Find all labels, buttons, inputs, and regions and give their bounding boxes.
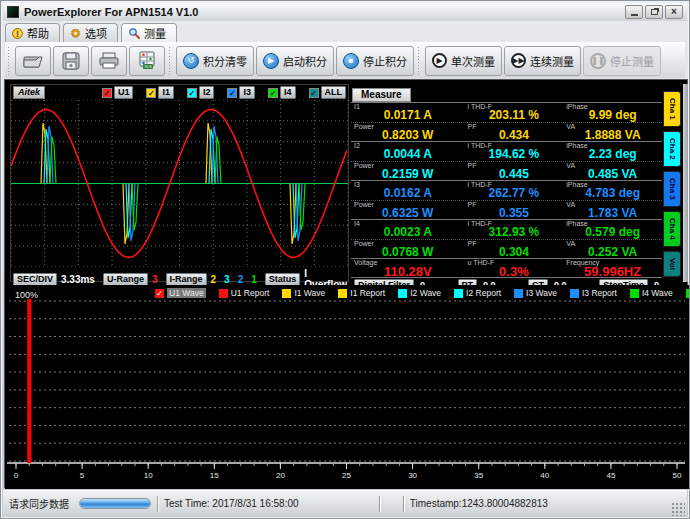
legend-label: I1 Report	[350, 288, 385, 298]
status-chip: Status	[265, 273, 301, 286]
scope-toggle-i4[interactable]: ✓I4	[268, 86, 296, 99]
app-window: PowerExplorer For APN1514 V1.0 × ! 帮助 选项…	[0, 0, 690, 519]
scope-toggle-u1[interactable]: ✓U1	[102, 86, 134, 99]
channel-tab-cha-4[interactable]: Cha 4	[663, 211, 681, 247]
measure-field-label: VA	[566, 201, 575, 208]
svg-text:30: 30	[408, 471, 417, 480]
scope-toggle-label: I3	[239, 86, 255, 99]
measure-field-label: VA	[566, 162, 575, 169]
svg-text:45: 45	[606, 471, 615, 480]
checkbox-icon: ✓	[268, 88, 278, 98]
scope-toggle-i1[interactable]: ✓I1	[146, 86, 174, 99]
print-button[interactable]	[91, 46, 127, 76]
scope-toggle-label: ALL	[321, 86, 347, 99]
sync-progress-fill	[80, 499, 150, 508]
save-floppy-icon	[62, 52, 80, 70]
close-button[interactable]: ×	[665, 5, 683, 19]
measure-scrollbar[interactable]	[683, 84, 688, 282]
save-button[interactable]	[53, 46, 89, 76]
scope-toggle-all[interactable]: ✓ALL	[309, 86, 347, 99]
toolbar-grip[interactable]	[417, 46, 422, 75]
uthdf-label: u THD-F	[468, 259, 495, 266]
legend-item-i1-report[interactable]: I1 Report	[338, 288, 385, 298]
toolbar-grip[interactable]	[168, 46, 173, 75]
measure-field-value: 0.0023 A	[351, 226, 465, 239]
measure-block-i1: I10.0171 Ai THD-F203.11 %iPhase9.99 degP…	[351, 102, 662, 141]
tab-measure-label: 测量	[144, 25, 166, 41]
svg-text:5: 5	[80, 471, 85, 480]
stop-measure-label: 停止测量	[610, 53, 654, 69]
legend-item-i3-wave[interactable]: I3 Wave	[514, 288, 557, 298]
restore-button[interactable]	[645, 5, 663, 19]
svg-text:0: 0	[14, 471, 19, 480]
legend-label: U1 Report	[231, 288, 270, 298]
legend-item-u1-report[interactable]: U1 Report	[219, 288, 270, 298]
scope-toggle-label: I2	[199, 86, 215, 99]
measure-field-label: i THD-F	[468, 142, 492, 149]
channel-tab-vol[interactable]: Vol	[663, 251, 681, 277]
stop-icon: ■	[343, 53, 359, 69]
integration-start-label: 启动积分	[283, 53, 327, 69]
urange-chip: U-Range	[103, 273, 148, 286]
legend-item-i1-wave[interactable]: I1 Wave	[282, 288, 325, 298]
scope-toggle-i2[interactable]: ✓I2	[187, 86, 215, 99]
timestamp: Timestamp:1243.80004882813	[410, 498, 660, 509]
measure-field-label: VA	[566, 240, 575, 247]
scope-panel: Aitek ✓U1✓I1✓I2✓I3✓I4✓ALL SEC/DIV 3.33ms…	[10, 84, 349, 282]
channel-tab-cha-1[interactable]: Cha 1	[663, 91, 681, 127]
test-time: Test Time: 2017/8/31 16:58:00	[164, 498, 299, 509]
legend-swatch	[630, 289, 639, 298]
measure-field-value: 2.23 deg	[563, 148, 662, 161]
reset-icon: ↺	[183, 53, 199, 69]
tab-help[interactable]: ! 帮助	[5, 23, 60, 42]
legend-item-i3-report[interactable]: I3 Report	[570, 288, 617, 298]
resize-grip[interactable]	[671, 502, 685, 516]
measure-field-value: 0.355	[465, 207, 564, 220]
legend-item-i2-wave[interactable]: I2 Wave	[398, 288, 441, 298]
minimize-button[interactable]	[625, 5, 643, 19]
magnifier-icon	[128, 27, 140, 39]
minimize-icon	[631, 14, 638, 16]
scope-toggle-i3[interactable]: ✓I3	[227, 86, 255, 99]
measure-field-label: i THD-F	[468, 103, 492, 110]
tab-help-label: 帮助	[27, 25, 49, 41]
measure-tab[interactable]: Measure	[352, 88, 411, 102]
legend-item-u1-wave[interactable]: ✓U1 Wave	[155, 288, 206, 298]
svg-text:15: 15	[210, 471, 219, 480]
measure-field-label: Power	[354, 123, 374, 130]
open-button[interactable]	[15, 46, 51, 76]
integration-reset-button[interactable]: ↺ 积分清零	[176, 46, 254, 76]
channel-tab-cha-3[interactable]: Cha 3	[663, 171, 681, 207]
irange-digit: 3	[224, 274, 230, 285]
measure-field-label: Power	[354, 162, 374, 169]
gear-icon	[70, 28, 81, 39]
status-bar: 请求同步数据 Test Time: 2017/8/31 16:58:00 Tim…	[3, 490, 687, 516]
legend-label: I2 Report	[466, 288, 501, 298]
integration-stop-button[interactable]: ■ 停止积分	[336, 46, 414, 76]
tab-options[interactable]: 选项	[63, 23, 118, 42]
measure-field-value: 0.434	[465, 129, 564, 142]
continuous-measure-label: 连续测量	[530, 53, 574, 69]
channel-tab-cha-2[interactable]: Cha 2	[663, 131, 681, 167]
restore-icon	[651, 9, 658, 15]
report-chart-plot: 05101520253035404550	[5, 285, 689, 489]
measure-field-label: I3	[354, 181, 360, 188]
export-xls-button[interactable]: XLS	[129, 46, 165, 76]
measure-field-value: 1.783 VA	[563, 207, 662, 220]
legend-item-i4-wave[interactable]: I4 Wave	[630, 288, 673, 298]
irange-digit: 1	[251, 274, 257, 285]
legend-item-i2-report[interactable]: I2 Report	[454, 288, 501, 298]
measure-field-label: iPhase	[566, 181, 587, 188]
legend-label: I3 Wave	[526, 288, 557, 298]
toolbar-grip[interactable]	[7, 46, 12, 75]
continuous-measure-button[interactable]: ▶▶ 连续测量	[504, 46, 581, 76]
single-measure-button[interactable]: ▶ 单次测量	[425, 46, 502, 76]
integration-start-button[interactable]: ▶ 启动积分	[256, 46, 334, 76]
open-folder-icon	[23, 53, 43, 69]
main-content: Aitek ✓U1✓I1✓I2✓I3✓I4✓ALL SEC/DIV 3.33ms…	[4, 79, 688, 488]
legend-item-i4-report[interactable]: I4 Report	[686, 288, 690, 298]
tab-measure[interactable]: 测量	[121, 23, 177, 42]
measure-field-label: PF	[468, 201, 477, 208]
measure-panel: Measure I10.0171 Ai THD-F203.11 %iPhase9…	[351, 84, 662, 282]
title-bar[interactable]: PowerExplorer For APN1514 V1.0 ×	[3, 3, 687, 21]
